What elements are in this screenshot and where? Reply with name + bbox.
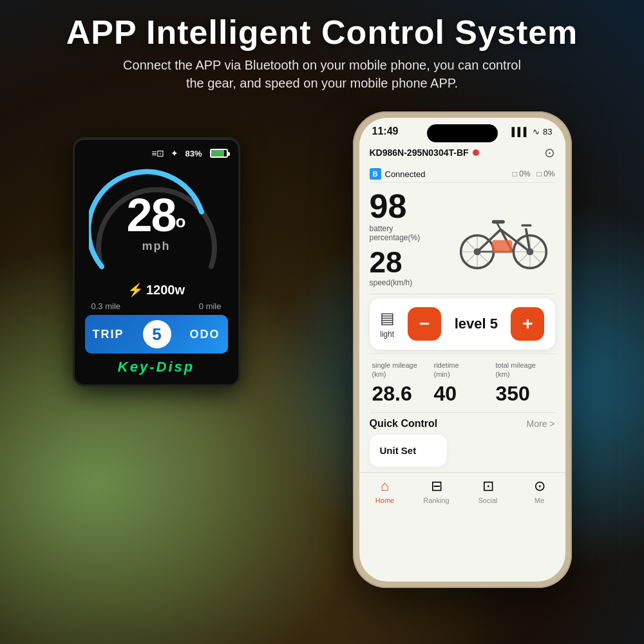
nav-home[interactable]: ⌂ Home [359, 478, 411, 504]
social-icon: ⊡ [482, 478, 494, 495]
speed-decimal: o [176, 212, 186, 231]
nav-social[interactable]: ⊡ Social [462, 478, 514, 504]
more-link[interactable]: More > [527, 419, 555, 429]
lightning-icon: ⚡ [128, 282, 144, 298]
nav-me-label: Me [535, 497, 544, 504]
connection-status: Connected [385, 169, 426, 179]
power-value: 1200w [146, 283, 185, 298]
display-screen: ≡⊡ ✦ 83% 28o mph [73, 137, 240, 386]
odo-label: ODO [189, 328, 220, 341]
total-mileage-stat: total mileage(km) 350 [493, 361, 555, 406]
svg-rect-12 [491, 240, 512, 253]
single-mileage-value: 28.6 [372, 382, 429, 406]
speed-value: 28 [127, 190, 176, 242]
phone-battery: 83 [543, 127, 552, 137]
home-icon: ⌂ [381, 478, 389, 495]
divider-2 [370, 294, 555, 294]
speed-label-app: speed(km/h) [370, 278, 446, 287]
nav-ranking-label: Ranking [423, 497, 449, 504]
page-subtitle: Connect the APP via Bluetooth on your mo… [26, 56, 618, 92]
nav-home-label: Home [375, 497, 394, 504]
quick-control-header: Quick Control More > [370, 418, 555, 430]
content-area: ≡⊡ ✦ 83% 28o mph [0, 99, 644, 588]
phone-mockup: 11:49 ▌▌▌ ∿ 83 KD986N-295N0304T-BF [353, 111, 572, 588]
total-mileage-value: 350 [496, 382, 553, 406]
gear-number: 5 [152, 325, 161, 345]
connection-badge: B Connected [370, 168, 426, 180]
status-time: 11:49 [372, 126, 399, 137]
light-label: light [380, 330, 394, 339]
connected-bar: B Connected □ 0% □ 0% [359, 166, 565, 182]
nav-ranking[interactable]: ⊟ Ranking [411, 478, 462, 504]
unit-set-label: Unit Set [380, 445, 417, 456]
me-icon: ⊙ [534, 478, 545, 495]
battery-a: □ 0% [513, 169, 531, 178]
display-top-bar: ≡⊡ ✦ 83% [85, 148, 228, 158]
ridetime-label: ridetime(min) [434, 361, 491, 379]
battery-icon [210, 149, 228, 158]
connection-dot [473, 149, 479, 156]
app-screen: 11:49 ▌▌▌ ∿ 83 KD986N-295N0304T-BF [359, 118, 565, 582]
light-control[interactable]: ▤ light [380, 309, 395, 339]
phone-screen: 11:49 ▌▌▌ ∿ 83 KD986N-295N0304T-BF [359, 118, 565, 582]
mileage-row: 0.3 mile 0 mile [85, 301, 228, 311]
unit-set-card[interactable]: Unit Set [370, 435, 447, 467]
status-icons: ▌▌▌ ∿ 83 [511, 127, 552, 137]
wifi-icon: ∿ [533, 127, 540, 137]
settings-icon[interactable]: ⊙ [544, 145, 555, 160]
trip-odo-bar: TRIP 5 ODO [85, 315, 228, 354]
level-value: level 5 [455, 316, 498, 332]
trip-distance: 0.3 mile [91, 301, 121, 311]
page-title: APP Intelligent Control System [26, 14, 618, 51]
total-mileage-label: total mileage(km) [496, 361, 553, 379]
ranking-icon: ⊟ [431, 478, 442, 495]
quick-control-title: Quick Control [370, 418, 438, 430]
minus-button[interactable]: − [408, 307, 441, 341]
battery-percentage: 83% [185, 149, 202, 158]
gear-circle: 5 [143, 320, 171, 348]
plus-button[interactable]: + [511, 307, 544, 341]
speed-unit: mph [127, 240, 186, 254]
battery-percent-label: battery percentage(%) [370, 224, 446, 242]
single-mileage-label: single mileage(km) [372, 361, 429, 379]
bike-illustration [455, 206, 552, 270]
battery-percent-value: 98 [370, 189, 446, 223]
battery-indicators: □ 0% □ 0% [513, 169, 555, 178]
trip-label: TRIP [93, 328, 124, 341]
single-mileage-stat: single mileage(km) 28.6 [370, 361, 431, 406]
svg-rect-9 [491, 220, 504, 223]
dynamic-island [427, 124, 498, 142]
mileage-stats: single mileage(km) 28.6 ridetime(min) 40… [359, 354, 565, 412]
speed-display: 28o mph [127, 193, 186, 254]
bottom-nav: ⌂ Home ⊟ Ranking ⊡ Social ⊙ [359, 472, 565, 512]
brand-label: Key-Disp [85, 359, 228, 375]
bike-image-area [452, 189, 555, 287]
ridetime-stat: ridetime(min) 40 [431, 361, 493, 406]
bike-display-device: ≡⊡ ✦ 83% 28o mph [73, 137, 240, 386]
power-row: ⚡ 1200w [85, 282, 228, 298]
signal-icon: ▌▌▌ [511, 127, 529, 137]
speed-value-app: 28 [370, 247, 446, 277]
phone-frame: 11:49 ▌▌▌ ∿ 83 KD986N-295N0304T-BF [353, 111, 572, 588]
nav-social-label: Social [478, 497, 498, 504]
battery-b: □ 0% [537, 169, 555, 178]
speedometer: 28o mph [89, 164, 224, 279]
bluetooth-badge: B [370, 168, 381, 180]
nav-me[interactable]: ⊙ Me [514, 478, 565, 504]
odo-distance: 0 mile [199, 301, 222, 311]
bluetooth-icon: ✦ [171, 148, 178, 158]
app-header: KD986N-295N0304T-BF ⊙ [359, 140, 565, 166]
light-icon: ▤ [380, 309, 395, 327]
level-control[interactable]: ▤ light − level 5 + [370, 298, 555, 350]
device-id: KD986N-295N0304T-BF [370, 147, 479, 158]
stats-section: 98 battery percentage(%) 28 speed(km/h) [359, 183, 565, 294]
speed-reading: 28o [127, 193, 186, 239]
quick-control-section: Quick Control More > Unit Set [359, 413, 565, 472]
page-header: APP Intelligent Control System Connect t… [0, 0, 644, 99]
stats-left: 98 battery percentage(%) 28 speed(km/h) [370, 189, 446, 287]
device-id-text: KD986N-295N0304T-BF [370, 147, 469, 158]
ridetime-value: 40 [434, 382, 491, 406]
headlight-icon: ≡⊡ [151, 148, 164, 158]
